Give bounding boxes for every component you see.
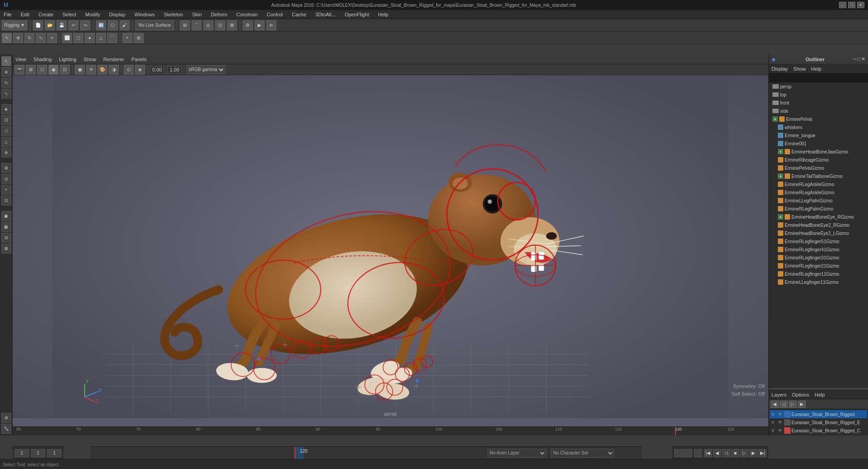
menu-display[interactable]: Display <box>107 11 127 18</box>
tree-item-ermineipelvis[interactable]: + ErminePelvis <box>769 115 868 123</box>
outliner-search-input[interactable] <box>771 75 866 80</box>
sidebar-btn-17[interactable]: ⊠ <box>1 244 11 254</box>
viewport-menu-shading[interactable]: Shading <box>34 57 52 62</box>
menu-skin[interactable]: Skin <box>190 11 203 18</box>
select-tool-button[interactable]: ↖ <box>2 33 12 43</box>
sidebar-btn-12[interactable]: ⌖ <box>1 185 11 195</box>
viewport-menu-lighting[interactable]: Lighting <box>59 57 77 62</box>
frame-playback-start-input[interactable] <box>47 449 62 457</box>
sidebar-btn-7[interactable]: ⬡ <box>1 126 11 136</box>
menu-control[interactable]: Control <box>265 11 285 18</box>
layers-menu-help[interactable]: Help <box>815 392 825 397</box>
viewport-menu-view[interactable]: View <box>15 57 26 62</box>
render-settings-button[interactable]: ⚙ <box>243 20 253 30</box>
menu-file[interactable]: File <box>2 11 14 18</box>
vp-grid-btn[interactable]: ⊞ <box>26 65 36 75</box>
layer-row-3[interactable]: V P Eurasian_Stoat_Brown_Rigged_C <box>770 426 867 435</box>
anim-next-key-btn[interactable]: ▶| <box>758 449 767 457</box>
snap-point-button[interactable]: ◎ <box>203 20 213 30</box>
redo-button[interactable]: ↪ <box>80 20 90 30</box>
outliner-close[interactable]: ✕ <box>861 56 865 62</box>
viewport-menu-show[interactable]: Show <box>84 57 96 62</box>
vp-value1[interactable]: 0.00 <box>150 66 164 73</box>
vp-color-btn[interactable]: 🎨 <box>97 65 107 75</box>
tree-item-ermine-rleg-finger41[interactable]: ErmineRLegfinger41Gizmo <box>769 245 868 254</box>
mode-dropdown[interactable]: Rigging ▼ <box>2 20 27 30</box>
tree-item-ermine-lleg-ankle[interactable]: ErmineRLegAnkleGizmo <box>769 188 868 196</box>
viewport-menu-renderer[interactable]: Renderer <box>103 57 124 62</box>
vp-select-camera-btn[interactable]: 📷 <box>14 65 24 75</box>
maximize-button[interactable]: □ <box>848 2 855 8</box>
sidebar-select-btn[interactable]: ↖ <box>1 56 11 66</box>
layers-prev-btn[interactable]: ◀ <box>771 401 779 408</box>
tree-item-ermine-tongue[interactable]: Ermine_tongue <box>769 131 868 139</box>
move-tool-button[interactable]: ⊕ <box>13 33 23 43</box>
sidebar-btn-11[interactable]: ◎ <box>1 174 11 184</box>
ipr-render-button[interactable]: ⊳ <box>266 20 276 30</box>
tree-item-persp[interactable]: persp <box>769 82 868 91</box>
scale-tool-button[interactable]: ⤡ <box>36 33 46 43</box>
tree-item-ermine-lleg-palm[interactable]: ErmineLLegPalmGizmo <box>769 196 868 205</box>
sidebar-btn-15[interactable]: ▦ <box>1 222 11 232</box>
paint-tool-button[interactable]: ● <box>85 33 95 43</box>
vp-wireframe-btn[interactable]: ⬡ <box>37 65 47 75</box>
vp-smooth-btn[interactable]: ◉ <box>48 65 58 75</box>
sidebar-btn-13[interactable]: ⊡ <box>1 196 11 206</box>
tree-item-ermine-rleg-ankle[interactable]: ErmineRLegAnkleGizmo <box>769 180 868 188</box>
outliner-menu-help[interactable]: Help <box>811 66 822 72</box>
tree-item-ermine-headbone-eye2-r[interactable]: ErmineHeadBoneEye2_RGizmo <box>769 221 868 229</box>
frame-start-input[interactable] <box>14 449 29 457</box>
anim-play-forward-btn[interactable]: ▷ <box>740 449 748 457</box>
menu-help[interactable]: Help <box>376 11 391 18</box>
snap-surface-button[interactable]: ⊡ <box>215 20 225 30</box>
layers-right-btn[interactable]: ▷ <box>789 401 797 408</box>
tree-item-ermine-tail[interactable]: + ErmineTailTailboneGizmo <box>769 172 868 180</box>
multi-tool-button[interactable]: ⊞ <box>134 33 144 43</box>
anim-prev-frame-btn[interactable]: ◀ <box>713 449 721 457</box>
menu-create[interactable]: Create <box>37 11 55 18</box>
menu-edit[interactable]: Edit <box>19 11 31 18</box>
tree-item-whiskers[interactable]: whiskers <box>769 123 868 131</box>
vp-lighting-btn[interactable]: ☀ <box>86 65 96 75</box>
vp-resolve-btn[interactable]: ◈ <box>135 65 145 75</box>
tree-item-side[interactable]: side <box>769 107 868 115</box>
marquee-select-button[interactable]: ⬜ <box>62 33 72 43</box>
tree-item-ermine-ribcage[interactable]: ErmineRibcageGizmo <box>769 156 868 164</box>
sidebar-scale-btn[interactable]: ⤡ <box>1 89 11 99</box>
outliner-minimize[interactable]: ─ <box>853 56 857 62</box>
sidebar-btn-6[interactable]: ⊡ <box>1 115 11 125</box>
vp-isolate-btn[interactable]: ⊙ <box>124 65 134 75</box>
layers-left-btn[interactable]: ◁ <box>780 401 788 408</box>
lasso-select-button[interactable]: ⬡ <box>108 20 118 30</box>
tree-item-ermine-headbone-eye-r[interactable]: + ErmineHeadBoneEye_RGizmo <box>769 213 868 221</box>
sidebar-btn-8[interactable]: △ <box>1 137 11 147</box>
sidebar-move-btn[interactable]: ⊕ <box>1 67 11 77</box>
vp-xray-btn[interactable]: ⊡ <box>60 65 70 75</box>
sculpt-tool-button[interactable]: △ <box>96 33 106 43</box>
vp-shadow-btn[interactable]: ◑ <box>109 65 119 75</box>
sidebar-btn-18[interactable]: ⚙ <box>1 413 11 423</box>
tree-item-ermine001[interactable]: Ermine001 <box>769 139 868 148</box>
menu-deform[interactable]: Deform <box>209 11 229 18</box>
layer-row-2[interactable]: V P Eurasian_Stoat_Brown_Rigged_E <box>770 418 867 426</box>
tree-item-front[interactable]: front <box>769 99 868 107</box>
vp-value2[interactable]: 1.00 <box>167 66 181 73</box>
tree-item-ermine-headbone-eye2-l[interactable]: ErmineHeadBoneEye2_LGizmo <box>769 229 868 237</box>
layers-menu-layers[interactable]: Layers <box>772 392 786 397</box>
lasso-tool-button[interactable]: ⬡ <box>73 33 83 43</box>
tree-item-ermine-rleg-finger31[interactable]: ErmineRLegfinger31Gizmo <box>769 254 868 262</box>
char-set-dropdown[interactable]: No Character Set <box>551 449 614 458</box>
tree-item-ermine-headbone-jaw[interactable]: + ErmineHeadBoneJawGizmo <box>769 148 868 156</box>
anim-next-frame-btn[interactable]: ▶ <box>749 449 757 457</box>
outliner-menu-display[interactable]: Display <box>772 66 788 72</box>
sidebar-btn-5[interactable]: ◈ <box>1 104 11 114</box>
layers-menu-options[interactable]: Options <box>792 392 809 397</box>
tree-item-ermine-rleg-finger11[interactable]: ErmineRLegfinger11Gizmo <box>769 270 868 278</box>
viewport-menu-panels[interactable]: Panels <box>131 57 147 62</box>
tree-item-ermine-rleg-finger21[interactable]: ErmineRLegfinger21Gizmo <box>769 262 868 270</box>
viewport-3d[interactable]: X Y Z persp Symmetry: Off Soft Select: O… <box>13 75 768 418</box>
sidebar-btn-9[interactable]: ⊕ <box>1 148 11 158</box>
close-button[interactable]: ✕ <box>857 2 864 8</box>
show-manipulator-button[interactable]: ⌖ <box>47 33 57 43</box>
paint-select-button[interactable]: 🖌 <box>120 20 130 30</box>
